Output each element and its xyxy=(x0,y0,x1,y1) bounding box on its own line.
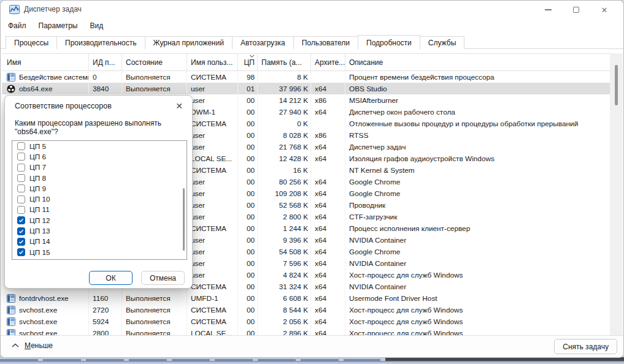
listbox-scrollbar[interactable] xyxy=(183,142,185,258)
cell-cpu: 00 xyxy=(238,234,258,246)
menu-item-0[interactable]: Файл xyxy=(2,20,33,31)
dialog-close-button[interactable]: ✕ xyxy=(172,99,186,113)
minimize-button[interactable] xyxy=(534,1,562,19)
cpu-checkbox[interactable] xyxy=(17,216,25,224)
column-header-user[interactable]: Имя польз... xyxy=(187,54,238,70)
cell-architecture xyxy=(311,118,345,129)
cell-architecture: x64 xyxy=(311,269,345,281)
cell-description: NVIDIA Container xyxy=(345,257,611,269)
close-icon: ✕ xyxy=(175,101,183,111)
cell-username: user xyxy=(187,234,238,246)
column-header-status[interactable]: Состояние xyxy=(122,54,187,70)
cpu-checkbox[interactable] xyxy=(17,195,25,203)
column-header-mem[interactable]: Память (а... xyxy=(258,54,311,70)
cpu-list-item[interactable]: ЦП 6 xyxy=(12,151,187,162)
menu-bar: ФайлПараметрыВид xyxy=(2,19,623,32)
table-row[interactable]: fontdrvhost.exe1160ВыполняетсяUMFD-1006 … xyxy=(2,292,611,304)
cell-memory: 0 K xyxy=(258,118,311,129)
obs-app-icon xyxy=(7,85,15,93)
cpu-list-item[interactable]: ЦП 12 xyxy=(12,215,187,226)
cpu-checkbox[interactable] xyxy=(17,153,25,161)
cell-architecture: x64 xyxy=(311,257,345,269)
cell-architecture: x64 xyxy=(311,83,345,94)
fewer-details-toggle[interactable]: Меньше xyxy=(12,341,53,350)
cpu-checkbox[interactable] xyxy=(17,206,25,214)
cell-description: Процесс исполнения клиент-сервер xyxy=(345,222,611,234)
tab-Автозагрузка[interactable]: Автозагрузка xyxy=(232,36,294,49)
cpu-list-item[interactable]: ЦП 13 xyxy=(12,226,187,236)
cpu-checkbox[interactable] xyxy=(17,184,25,192)
cell-username: user xyxy=(187,129,238,141)
cancel-button[interactable]: Отмена xyxy=(141,271,185,285)
cell-description: Usermode Font Driver Host xyxy=(345,292,611,304)
close-icon: ✕ xyxy=(601,6,608,14)
column-header-arch[interactable]: Архите... xyxy=(311,54,345,70)
cell-username: LOCAL SE... xyxy=(187,153,238,164)
tab-Службы[interactable]: Службы xyxy=(420,36,464,49)
tab-Процессы[interactable]: Процессы xyxy=(6,36,57,49)
cpu-list-item[interactable]: ЦП 5 xyxy=(12,141,187,151)
cpu-list-item[interactable]: ЦП 10 xyxy=(12,194,187,204)
cell-architecture: x64 xyxy=(311,292,345,304)
cpu-checkbox[interactable] xyxy=(17,174,25,182)
column-header-label: ЦП xyxy=(244,58,255,67)
cell-status: Выполняется xyxy=(122,292,187,304)
table-row[interactable]: svchost.exe2720ВыполняетсяСИСТЕМА008 544… xyxy=(2,304,611,316)
tab-Журнал приложений[interactable]: Журнал приложений xyxy=(145,36,233,49)
cpu-list-item[interactable]: ЦП 9 xyxy=(12,183,187,194)
window-title: Диспетчер задач xyxy=(24,5,82,13)
cpu-checkbox[interactable] xyxy=(17,164,25,172)
tab-Производительность[interactable]: Производительность xyxy=(56,36,145,49)
tab-Пользователи[interactable]: Пользователи xyxy=(293,36,358,49)
cpu-list-item[interactable]: ЦП 15 xyxy=(12,247,187,257)
cell-cpu: 00 xyxy=(238,269,258,281)
cpu-label: ЦП 13 xyxy=(29,227,50,235)
listbox-scrollbar-thumb[interactable] xyxy=(183,188,185,251)
cell-username: СИСТЕМА xyxy=(187,281,238,292)
table-row[interactable]: svchost.exe5924ВыполняетсяСИСТЕМА002 056… xyxy=(2,316,611,327)
cell-description: OBS Studio xyxy=(345,83,611,94)
table-row[interactable]: obs64.exe3840Выполняетсяuser0137 996 Kx6… xyxy=(2,83,611,94)
cpu-list-item[interactable]: ЦП 14 xyxy=(12,237,187,247)
cpu-list-item[interactable]: ЦП 11 xyxy=(12,205,187,215)
cell-cpu: 00 xyxy=(238,199,258,211)
cpu-checkbox[interactable] xyxy=(17,248,25,256)
end-task-button[interactable]: Снять задачу xyxy=(554,339,617,354)
cell-memory: 80 256 K xyxy=(258,176,311,188)
close-button[interactable]: ✕ xyxy=(590,1,618,19)
cpu-checkbox[interactable] xyxy=(17,142,25,150)
cell-description: NVIDIA Container xyxy=(345,234,611,246)
cell-memory: 37 996 K xyxy=(258,83,311,94)
cpu-label: ЦП 9 xyxy=(29,184,46,193)
table-scrollbar[interactable] xyxy=(610,53,623,336)
column-header-desc[interactable]: Описание xyxy=(345,54,611,70)
cell-memory: 8 544 K xyxy=(258,304,311,316)
cell-architecture: x64 xyxy=(311,222,345,234)
maximize-button[interactable] xyxy=(562,1,590,19)
table-row[interactable]: Бездействие системы0ВыполняетсяСИСТЕМА98… xyxy=(2,71,611,83)
column-header-name[interactable]: Имя xyxy=(2,54,89,70)
cpu-checkbox[interactable] xyxy=(17,227,25,235)
ok-button[interactable]: ОК xyxy=(89,271,133,285)
cell-cpu: 00 xyxy=(238,176,258,188)
cell-username: user xyxy=(187,211,238,222)
cell-memory: 6 608 K xyxy=(258,292,311,304)
cell-description: Изоляция графов аудиоустройств Windows xyxy=(345,153,611,164)
cpu-list-item[interactable]: ЦП 8 xyxy=(12,173,187,183)
column-header-cpu[interactable]: ЦП xyxy=(238,54,258,70)
cell-architecture: x86 xyxy=(311,129,345,141)
tab-Подробности[interactable]: Подробности xyxy=(358,35,420,50)
cpu-list-item[interactable]: ЦП 7 xyxy=(12,162,187,173)
cell-cpu: 00 xyxy=(238,188,258,199)
table-header: ИмяИД п...СостояниеИмя польз...ЦППамять … xyxy=(2,53,611,71)
cpu-checkbox[interactable] xyxy=(17,238,25,246)
cell-name: svchost.exe xyxy=(2,304,89,316)
column-header-pid[interactable]: ИД п... xyxy=(89,54,122,70)
cell-cpu: 98 xyxy=(238,71,258,83)
cell-username: user xyxy=(187,199,238,211)
cell-architecture: x64 xyxy=(311,176,345,188)
cell-cpu: 00 xyxy=(238,94,258,106)
menu-item-1[interactable]: Параметры xyxy=(33,20,84,31)
table-scrollbar-thumb[interactable] xyxy=(615,65,618,105)
menu-item-2[interactable]: Вид xyxy=(83,20,109,31)
